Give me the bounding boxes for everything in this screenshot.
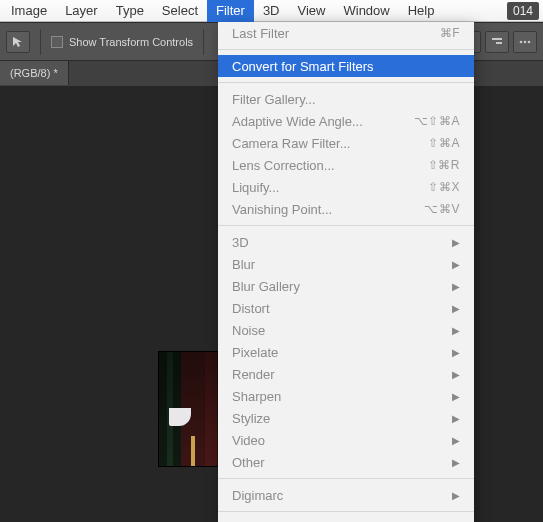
- menubar-tail: 014: [507, 0, 543, 22]
- chevron-right-icon: ▶: [452, 391, 460, 402]
- chevron-right-icon: ▶: [452, 325, 460, 336]
- menu-separator: [218, 49, 474, 50]
- menubar: ImageLayerTypeSelectFilter3DViewWindowHe…: [0, 0, 543, 22]
- menu-item-label: Last Filter: [232, 26, 289, 41]
- menu-item-liquify: Liquify...⇧⌘X: [218, 176, 474, 198]
- menubar-item-image[interactable]: Image: [2, 0, 56, 22]
- menu-item-adaptive-wide-angle: Adaptive Wide Angle...⌥⇧⌘A: [218, 110, 474, 132]
- chevron-right-icon: ▶: [452, 281, 460, 292]
- menu-item-label: Pixelate: [232, 345, 278, 360]
- menubar-item-layer[interactable]: Layer: [56, 0, 107, 22]
- menu-item-label: Render: [232, 367, 275, 382]
- menu-item-label: Other: [232, 455, 265, 470]
- menu-item-label: Sharpen: [232, 389, 281, 404]
- cursor-icon: [12, 36, 24, 48]
- menu-item-pixelate: Pixelate▶: [218, 341, 474, 363]
- chevron-right-icon: ▶: [452, 303, 460, 314]
- menu-item-label: Convert for Smart Filters: [232, 59, 374, 74]
- menu-item-blur-gallery: Blur Gallery▶: [218, 275, 474, 297]
- menu-item-label: Distort: [232, 301, 270, 316]
- menu-item-label: Filter Gallery...: [232, 92, 316, 107]
- menu-separator: [218, 82, 474, 83]
- menu-item-last-filter: Last Filter⌘F: [218, 22, 474, 44]
- align-icon: [491, 37, 503, 47]
- menubar-item-window[interactable]: Window: [334, 0, 398, 22]
- menu-item-browse-filters-online[interactable]: Browse Filters Online...: [218, 517, 474, 522]
- menu-shortcut: ⌥⌘V: [424, 202, 460, 216]
- menu-item-other: Other▶: [218, 451, 474, 473]
- menubar-item-select[interactable]: Select: [153, 0, 207, 22]
- image-detail: [191, 436, 195, 466]
- menu-shortcut: ⇧⌘R: [428, 158, 460, 172]
- svg-point-7: [524, 40, 527, 43]
- menu-item-label: Digimarc: [232, 488, 283, 503]
- menu-item-label: Stylize: [232, 411, 270, 426]
- menu-shortcut: ⇧⌘A: [428, 136, 460, 150]
- menu-item-label: Blur Gallery: [232, 279, 300, 294]
- menu-separator: [218, 511, 474, 512]
- menu-item-label: Video: [232, 433, 265, 448]
- menu-item-stylize: Stylize▶: [218, 407, 474, 429]
- menubar-item-view[interactable]: View: [289, 0, 335, 22]
- menu-item-lens-correction: Lens Correction...⇧⌘R: [218, 154, 474, 176]
- menu-item-camera-raw-filter: Camera Raw Filter...⇧⌘A: [218, 132, 474, 154]
- menu-item-digimarc: Digimarc▶: [218, 484, 474, 506]
- menu-item-noise: Noise▶: [218, 319, 474, 341]
- chevron-right-icon: ▶: [452, 347, 460, 358]
- chevron-right-icon: ▶: [452, 237, 460, 248]
- menu-item-label: 3D: [232, 235, 249, 250]
- chevron-right-icon: ▶: [452, 490, 460, 501]
- chevron-right-icon: ▶: [452, 259, 460, 270]
- chevron-right-icon: ▶: [452, 413, 460, 424]
- menubar-item-filter[interactable]: Filter: [207, 0, 254, 22]
- menubar-item-type[interactable]: Type: [107, 0, 153, 22]
- menu-item-distort: Distort▶: [218, 297, 474, 319]
- more-icon: [519, 37, 531, 47]
- menu-item-label: Camera Raw Filter...: [232, 136, 350, 151]
- menu-item-label: Lens Correction...: [232, 158, 335, 173]
- svg-point-6: [520, 40, 523, 43]
- toolbar-divider: [203, 29, 204, 55]
- menu-shortcut: ⌥⇧⌘A: [414, 114, 460, 128]
- menu-item-3d: 3D▶: [218, 231, 474, 253]
- chevron-right-icon: ▶: [452, 457, 460, 468]
- menu-item-video: Video▶: [218, 429, 474, 451]
- align-button-3[interactable]: [485, 31, 509, 53]
- menu-item-convert-for-smart-filters[interactable]: Convert for Smart Filters: [218, 55, 474, 77]
- toolbar-divider: [40, 29, 41, 55]
- menu-item-label: Adaptive Wide Angle...: [232, 114, 363, 129]
- menu-item-label: Liquify...: [232, 180, 279, 195]
- menu-item-sharpen: Sharpen▶: [218, 385, 474, 407]
- menu-item-label: Vanishing Point...: [232, 202, 332, 217]
- menubar-item-help[interactable]: Help: [399, 0, 444, 22]
- document-tab-label: (RGB/8) *: [10, 67, 58, 79]
- svg-rect-4: [492, 38, 502, 40]
- show-transform-label: Show Transform Controls: [69, 36, 193, 48]
- menu-item-blur: Blur▶: [218, 253, 474, 275]
- image-detail: [169, 408, 191, 426]
- menu-shortcut: ⌘F: [440, 26, 460, 40]
- filter-menu-dropdown: Last Filter⌘FConvert for Smart FiltersFi…: [218, 22, 474, 522]
- menu-item-label: Noise: [232, 323, 265, 338]
- document-tab[interactable]: (RGB/8) *: [0, 61, 69, 85]
- version-badge: 014: [507, 2, 539, 20]
- image-content: [159, 352, 223, 466]
- chevron-right-icon: ▶: [452, 369, 460, 380]
- tool-preset-button[interactable]: [6, 31, 30, 53]
- chevron-right-icon: ▶: [452, 435, 460, 446]
- menu-item-vanishing-point: Vanishing Point...⌥⌘V: [218, 198, 474, 220]
- svg-point-8: [528, 40, 531, 43]
- svg-rect-5: [496, 42, 502, 44]
- menu-separator: [218, 478, 474, 479]
- menu-item-filter-gallery: Filter Gallery...: [218, 88, 474, 110]
- menu-item-render: Render▶: [218, 363, 474, 385]
- more-options-button[interactable]: [513, 31, 537, 53]
- document-image[interactable]: [158, 351, 224, 467]
- menu-item-label: Blur: [232, 257, 255, 272]
- menu-separator: [218, 225, 474, 226]
- menu-shortcut: ⇧⌘X: [428, 180, 460, 194]
- show-transform-checkbox[interactable]: [51, 36, 63, 48]
- menubar-item-3d[interactable]: 3D: [254, 0, 289, 22]
